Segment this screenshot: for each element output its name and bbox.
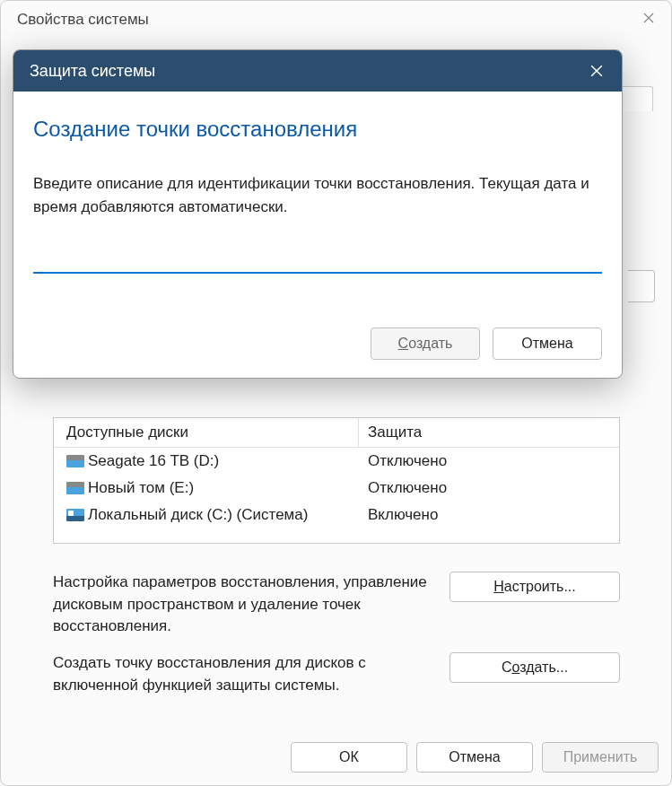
drive-name: Локальный диск (C:) (Система) [88,506,308,524]
drive-icon [66,455,84,467]
close-icon [590,65,603,77]
drive-status: Отключено [359,450,619,472]
drive-icon [66,482,84,494]
modal-button-bar: Создать Отмена [33,328,602,360]
main-titlebar: Свойства системы [1,1,671,39]
drive-status: Включено [359,504,619,526]
drives-header-protection[interactable]: Защита [359,418,619,447]
tab-fragment [617,86,653,111]
drive-name: Новый том (E:) [88,479,194,497]
drive-row[interactable]: Seagate 16 TB (D:) Отключено [54,448,619,475]
create-restore-point-button[interactable]: Создать... [449,652,620,683]
close-icon [643,13,654,23]
system-properties-window: Свойства системы Доступные диски Защита … [0,0,672,786]
modal-cancel-button[interactable]: Отмена [493,328,602,360]
cancel-button[interactable]: Отмена [416,742,533,773]
restore-section: Настройка параметров восстановления, упр… [53,572,620,711]
panel-fragment [628,270,655,302]
drive-name: Seagate 16 TB (D:) [88,452,219,470]
modal-description: Введите описание для идентификации точки… [33,172,602,218]
system-protection-dialog: Защита системы Создание точки восстановл… [13,49,623,379]
modal-title: Защита системы [30,62,155,81]
modal-titlebar: Защита системы [13,50,622,92]
main-window-title: Свойства системы [17,11,149,29]
bottom-button-bar: ОК Отмена Применить [1,742,671,773]
drive-row[interactable]: Новый том (E:) Отключено [54,475,619,502]
ok-button[interactable]: ОК [291,742,407,773]
drives-header: Доступные диски Защита [54,418,619,448]
main-close-button[interactable] [626,1,671,35]
drives-panel: Доступные диски Защита Seagate 16 TB (D:… [53,417,620,544]
modal-heading: Создание точки восстановления [33,117,602,142]
modal-create-button[interactable]: Создать [371,328,480,360]
configure-description: Настройка параметров восстановления, упр… [53,572,432,638]
apply-button: Применить [542,742,659,773]
drive-system-icon [66,509,84,521]
configure-button[interactable]: Настроить... [449,572,620,602]
drives-header-name[interactable]: Доступные диски [54,418,359,447]
modal-close-button[interactable] [572,50,622,92]
create-description: Создать точку восстановления для дисков … [53,652,432,696]
restore-point-description-input[interactable] [33,243,602,274]
drive-row[interactable]: Локальный диск (C:) (Система) Включено [54,502,619,528]
drive-status: Отключено [359,477,619,499]
